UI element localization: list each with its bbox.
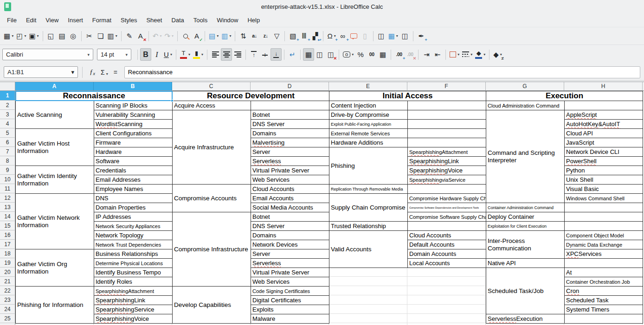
cell-A2[interactable]: Active Scanning xyxy=(15,101,94,129)
fill-handle[interactable] xyxy=(171,99,174,102)
menu-styles[interactable]: Styles xyxy=(116,15,142,25)
font-name-combobox[interactable]: Calibri▾ xyxy=(2,49,93,60)
cell-H15[interactable] xyxy=(564,221,643,231)
cell-D24[interactable]: Exploits xyxy=(251,305,329,314)
column-header-E[interactable]: E xyxy=(329,82,407,91)
cell-D19[interactable]: Serverless xyxy=(251,258,329,268)
freeze-rows-columns-button[interactable]: ▦▾ xyxy=(387,30,399,42)
format-as-currency-button[interactable]: o▾ xyxy=(341,48,355,61)
cell-G13[interactable]: Container Administration Command xyxy=(486,203,565,212)
row-header-15[interactable]: 15 xyxy=(0,221,15,230)
cell-F16[interactable]: Cloud Accounts xyxy=(407,230,486,240)
cell-H22[interactable]: Cron xyxy=(564,286,643,296)
row-header-18[interactable]: 18 xyxy=(0,249,15,258)
cell-B11[interactable]: Employee Names xyxy=(94,184,173,194)
align-center-button[interactable] xyxy=(221,48,232,61)
row-header-20[interactable]: 20 xyxy=(0,268,15,277)
cell-D22[interactable]: Code Signing Certificates xyxy=(251,286,329,296)
cell-H25[interactable] xyxy=(564,314,643,324)
cell-B24[interactable]: Spearphishing Service xyxy=(94,305,173,314)
empty-cell[interactable] xyxy=(329,268,407,277)
cell-D4[interactable]: DNS Server xyxy=(251,119,329,129)
cell-B18[interactable]: Business Relationships xyxy=(94,249,173,259)
cell-F13[interactable]: Compromise Software Dependencies and Dev… xyxy=(407,203,486,212)
cell-H16[interactable]: Component Object Model xyxy=(564,230,643,240)
clear-formatting-button[interactable]: A✕ xyxy=(135,30,146,42)
headers-footers-button[interactable]: ▯ xyxy=(360,30,371,42)
align-top-button[interactable]: ↑ xyxy=(248,48,259,61)
cell-D13[interactable]: Social Media Accounts xyxy=(251,203,329,212)
cell-D12[interactable]: Email Accounts xyxy=(251,193,329,203)
cell-H24[interactable]: Systemd Timers xyxy=(564,305,643,314)
cell-H20[interactable]: At xyxy=(564,268,643,277)
comment-button[interactable] xyxy=(348,30,360,42)
row-header-1[interactable]: 1 xyxy=(0,91,15,101)
cell-C2[interactable]: Acquire Access xyxy=(172,101,251,110)
cell-B13[interactable]: Domain Properties xyxy=(94,203,173,212)
cell-G19[interactable]: Native API xyxy=(486,258,565,268)
cell-F3[interactable] xyxy=(407,110,486,120)
cell-G3[interactable]: Command and Scripting Interpreter xyxy=(486,110,565,203)
add-decimal-place-button[interactable]: .00+ xyxy=(393,48,405,61)
cell-C3[interactable]: Acquire Infrastructure xyxy=(172,110,251,185)
cell-F14[interactable]: Compromise Software Supply Chain xyxy=(407,212,486,222)
cell-E7[interactable]: Phishing xyxy=(329,147,408,185)
cell-C22[interactable]: Develop Capabilities xyxy=(172,286,251,324)
row-header-9[interactable]: 9 xyxy=(0,166,15,175)
paste-button[interactable]: ▥▾ xyxy=(106,30,119,42)
merge-cells-button[interactable]: ◫ xyxy=(314,48,325,61)
align-left-button[interactable] xyxy=(210,48,221,61)
cell-H2[interactable] xyxy=(564,101,643,110)
cell-B17[interactable]: Network Trust Dependencies xyxy=(94,240,173,249)
empty-cell[interactable] xyxy=(407,314,486,323)
cell-D21[interactable]: Web Services xyxy=(251,277,329,287)
empty-cell[interactable] xyxy=(329,323,407,325)
tactic-header-E1[interactable]: Initial Access xyxy=(329,91,486,101)
cell-F19[interactable]: Local Accounts xyxy=(407,258,486,268)
menu-view[interactable]: View xyxy=(41,15,63,25)
cell-F10[interactable]: Spearphishing via Service xyxy=(407,175,486,185)
menu-help[interactable]: Help xyxy=(243,15,264,25)
empty-cell[interactable] xyxy=(329,277,407,286)
row-header-22[interactable]: 22 xyxy=(0,286,15,295)
undo-button[interactable]: ↶▾ xyxy=(151,30,163,42)
cell-D10[interactable]: Web Services xyxy=(251,175,329,185)
cell-F9[interactable]: Spearphishing Voice xyxy=(407,166,486,175)
row-header-25[interactable]: 25 xyxy=(0,314,15,323)
cell-D14[interactable]: Botnet xyxy=(251,212,329,222)
cell-F8[interactable]: Spearphishing Link xyxy=(407,156,486,166)
cell-B19[interactable]: Determine Physical Locations xyxy=(94,258,173,268)
cell-D20[interactable]: Virtual Private Server xyxy=(251,268,329,277)
cell-B20[interactable]: Identify Business Tempo xyxy=(94,268,173,277)
select-all-corner[interactable] xyxy=(0,82,15,91)
cell-D18[interactable]: Server xyxy=(251,249,329,259)
cell-A9[interactable]: Gather Victim Identity Information xyxy=(15,166,94,194)
sort-ascending-button[interactable]: a↓ xyxy=(249,30,260,42)
cell-B6[interactable]: Firmware xyxy=(94,138,173,147)
print-preview-button[interactable]: ◎ xyxy=(68,30,79,42)
cell-A5[interactable]: Gather Victim Host Information xyxy=(15,128,94,166)
cell-D15[interactable]: DNS Server xyxy=(251,221,329,231)
cell-G20[interactable]: Scheduled Task/Job xyxy=(486,268,565,314)
cell-B10[interactable]: Email Addresses xyxy=(94,175,173,185)
highlighting-color-button[interactable]: ▮▾ xyxy=(192,48,205,61)
copy-button[interactable]: ❏ xyxy=(95,30,106,42)
cell-H23[interactable]: Scheduled Task xyxy=(564,295,643,305)
cell-F2[interactable] xyxy=(407,101,486,110)
column-header-C[interactable]: C xyxy=(172,82,251,91)
cell-B16[interactable]: Network Topology xyxy=(94,230,173,240)
cell-E6[interactable]: Hardware Additions xyxy=(329,138,408,147)
tactic-header-A1[interactable]: Reconnaissance xyxy=(15,91,173,101)
chevron-down-icon[interactable]: ▾ xyxy=(71,69,74,76)
wrap-text-button[interactable]: ↵ xyxy=(287,48,298,61)
cell-E16[interactable]: Valid Accounts xyxy=(329,230,408,268)
cell-F18[interactable]: Domain Accounts xyxy=(407,249,486,259)
unmerge-cells-button[interactable]: ◫✕ xyxy=(325,48,336,61)
new-button[interactable]: ▦▾ xyxy=(2,30,15,42)
insert-chart-button[interactable]: Ⅲ+ xyxy=(298,30,309,42)
row-header-19[interactable]: 19 xyxy=(0,258,15,268)
name-box[interactable]: A1:B1 ▾ xyxy=(4,66,78,78)
cell-H5[interactable]: Cloud API xyxy=(564,128,643,138)
cell-B21[interactable]: Identify Roles xyxy=(94,277,173,287)
menu-data[interactable]: Data xyxy=(167,15,188,25)
